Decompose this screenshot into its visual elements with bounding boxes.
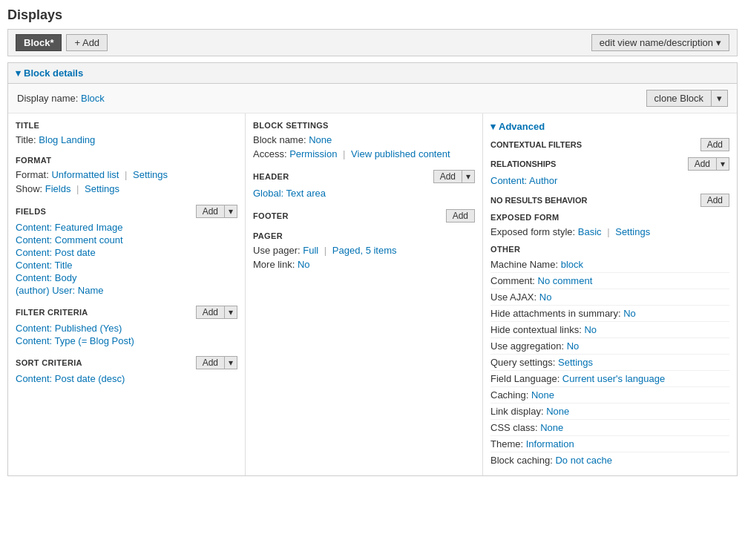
show-label: Show: bbox=[16, 183, 42, 194]
caching-value[interactable]: None bbox=[531, 389, 554, 401]
use-pager-label: Use pager: bbox=[253, 245, 301, 256]
exposed-form-settings[interactable]: Settings bbox=[615, 226, 650, 237]
footer-add-button[interactable]: Add bbox=[446, 209, 475, 223]
field-language-label: Field Language: bbox=[490, 373, 562, 384]
hide-attachments-value[interactable]: No bbox=[623, 308, 636, 319]
relationships-add-button[interactable]: Add bbox=[688, 157, 717, 171]
block-name-value[interactable]: None bbox=[309, 134, 332, 145]
use-pager-row: Use pager: Full | Paged, 5 items bbox=[253, 243, 475, 257]
other-row-css-class: CSS class: None bbox=[490, 420, 729, 436]
add-display-button[interactable]: + Add bbox=[66, 34, 108, 51]
aggregation-value[interactable]: No bbox=[567, 340, 580, 352]
ajax-value[interactable]: No bbox=[539, 291, 552, 303]
pager-section-header: PAGER bbox=[253, 231, 475, 240]
format-settings[interactable]: Settings bbox=[133, 169, 168, 180]
header-add-group: Add ▾ bbox=[433, 170, 475, 183]
edit-view-button[interactable]: edit view name/description ▾ bbox=[591, 34, 729, 51]
access-sep: | bbox=[343, 148, 345, 159]
format-label: Format: bbox=[16, 169, 49, 180]
block-details-label[interactable]: Block details bbox=[24, 67, 83, 79]
format-section-header: FORMAT bbox=[16, 156, 237, 165]
exposed-form-sep: | bbox=[607, 226, 609, 237]
theme-value[interactable]: Information bbox=[526, 438, 574, 449]
display-name-row: Display name: Block bbox=[17, 93, 105, 104]
list-item[interactable]: (author) User: Name bbox=[16, 284, 237, 297]
title-value[interactable]: Blog Landing bbox=[39, 134, 95, 145]
block-display-button[interactable]: Block* bbox=[16, 34, 62, 51]
filter-add-button[interactable]: Add bbox=[196, 306, 225, 319]
fields-add-button[interactable]: Add bbox=[196, 205, 225, 218]
query-settings-label: Query settings: bbox=[490, 357, 558, 368]
display-name-label: Display name: bbox=[17, 93, 78, 104]
clone-block-dropdown[interactable]: ▾ bbox=[711, 90, 728, 107]
sort-add-button[interactable]: Add bbox=[196, 356, 225, 369]
query-settings-value[interactable]: Settings bbox=[558, 357, 593, 368]
other-row-link-display: Link display: None bbox=[490, 403, 729, 420]
list-item[interactable]: Content: Type (= Blog Post) bbox=[16, 335, 237, 347]
hide-contextual-value[interactable]: No bbox=[584, 324, 597, 335]
block-name-row: Block name: None bbox=[253, 133, 475, 147]
header-add-dropdown[interactable]: ▾ bbox=[462, 170, 475, 183]
display-name-value[interactable]: Block bbox=[81, 93, 105, 104]
css-class-value[interactable]: None bbox=[540, 422, 563, 433]
filter-list: Content: Published (Yes) Content: Type (… bbox=[16, 322, 237, 347]
fields-add-dropdown[interactable]: ▾ bbox=[225, 205, 237, 218]
sort-add-group: Add ▾ bbox=[196, 356, 237, 369]
list-item[interactable]: Content: Published (Yes) bbox=[16, 322, 237, 335]
access-permission[interactable]: Permission bbox=[289, 148, 337, 159]
more-link-label: More link: bbox=[253, 259, 295, 270]
list-item[interactable]: Content: Body bbox=[16, 271, 237, 284]
machine-name-value[interactable]: block bbox=[561, 259, 583, 270]
header-global-value[interactable]: Global: Text area bbox=[253, 188, 326, 199]
block-name-label: Block name: bbox=[253, 134, 306, 145]
block-details-section: ▾ Block details Display name: Block clon… bbox=[7, 62, 738, 476]
other-row-theme: Theme: Information bbox=[490, 436, 729, 452]
link-display-value[interactable]: None bbox=[546, 406, 569, 417]
filter-section-header: FILTER CRITERIA Add ▾ bbox=[16, 306, 237, 319]
col-middle: BLOCK SETTINGS Block name: None Access: … bbox=[246, 113, 483, 475]
use-pager-full[interactable]: Full bbox=[303, 245, 318, 256]
header-add-button[interactable]: Add bbox=[433, 170, 462, 183]
show-settings[interactable]: Settings bbox=[85, 183, 119, 194]
relationships-add-dropdown[interactable]: ▾ bbox=[717, 157, 729, 171]
ajax-label: Use AJAX: bbox=[490, 291, 539, 303]
list-item[interactable]: Content: Comment count bbox=[16, 234, 237, 246]
advanced-header: ▾ Advanced bbox=[490, 121, 729, 132]
other-rows-list: Machine Name: block Comment: No comment … bbox=[490, 257, 729, 468]
exposed-form-basic[interactable]: Basic bbox=[578, 226, 602, 237]
use-pager-paged[interactable]: Paged, 5 items bbox=[332, 245, 397, 256]
list-item[interactable]: Content: Post date (desc) bbox=[16, 372, 237, 385]
show-fields[interactable]: Fields bbox=[45, 183, 71, 194]
field-language-value[interactable]: Current user's language bbox=[562, 373, 665, 384]
list-item[interactable]: Content: Post date bbox=[16, 246, 237, 259]
relationships-value[interactable]: Content: Author bbox=[490, 175, 557, 186]
clone-btn-wrap: clone Block ▾ bbox=[646, 90, 728, 107]
advanced-label[interactable]: Advanced bbox=[499, 121, 545, 132]
comment-value[interactable]: No comment bbox=[538, 275, 593, 286]
contextual-add-button[interactable]: Add bbox=[700, 138, 729, 151]
block-caching-label: Block caching: bbox=[490, 455, 555, 466]
list-item[interactable]: Content: Featured Image bbox=[16, 221, 237, 234]
more-link-value[interactable]: No bbox=[298, 259, 310, 270]
access-view[interactable]: View published content bbox=[351, 148, 450, 159]
header-global-row: Global: Text area bbox=[253, 186, 475, 200]
other-row-hide-contextual: Hide contextual links: No bbox=[490, 322, 729, 338]
format-value[interactable]: Unformatted list bbox=[51, 169, 119, 180]
col-left: TITLE Title: Blog Landing FORMAT Format:… bbox=[8, 113, 246, 475]
no-results-add-button[interactable]: Add bbox=[700, 194, 729, 207]
sort-add-dropdown[interactable]: ▾ bbox=[225, 356, 237, 369]
list-item[interactable]: Content: Title bbox=[16, 259, 237, 271]
other-row-comment: Comment: No comment bbox=[490, 273, 729, 289]
filter-add-dropdown[interactable]: ▾ bbox=[225, 306, 237, 319]
exposed-form-style-label: Exposed form style: bbox=[490, 226, 575, 237]
clone-block-button[interactable]: clone Block bbox=[646, 90, 711, 107]
other-row-hide-attachments: Hide attachments in summary: No bbox=[490, 306, 729, 322]
access-label: Access: bbox=[253, 148, 287, 159]
fields-section-header: FIELDS Add ▾ bbox=[16, 205, 237, 218]
no-results-header-row: NO RESULTS BEHAVIOR Add bbox=[490, 194, 729, 207]
col-right: ▾ Advanced CONTEXTUAL FILTERS Add RELATI… bbox=[483, 113, 737, 475]
other-row-query-settings: Query settings: Settings bbox=[490, 355, 729, 371]
exposed-form-style-row: Exposed form style: Basic | Settings bbox=[490, 225, 729, 239]
block-caching-value[interactable]: Do not cache bbox=[555, 455, 612, 466]
sort-section-header: SORT CRITERIA Add ▾ bbox=[16, 356, 237, 369]
